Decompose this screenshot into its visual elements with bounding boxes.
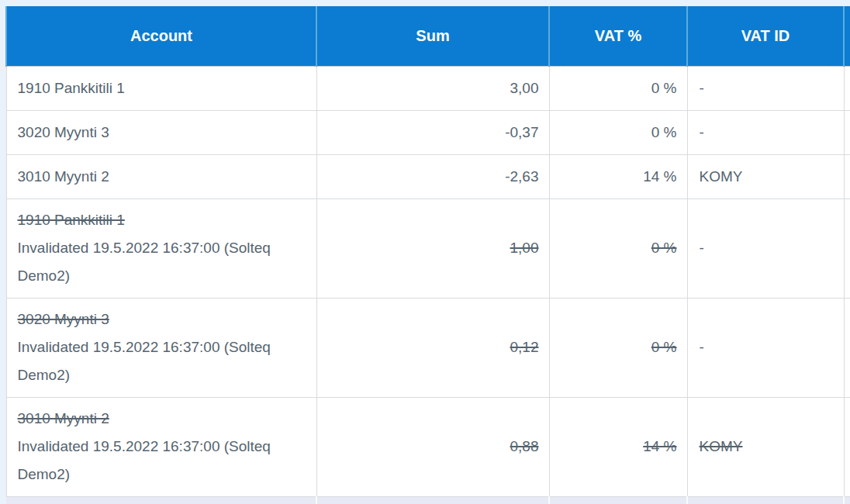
vat-percent-cell: 14 %	[549, 154, 687, 198]
vat-percent-value: 0 %	[651, 240, 677, 256]
sum-cell: 0,88	[316, 397, 549, 496]
vat-percent-value: 0 %	[651, 80, 677, 96]
table-body: 1910 Pankkitili 1 3,00 0 % - 3020 Myynti…	[6, 66, 850, 496]
overflow-cell	[844, 298, 850, 397]
overflow-cell	[844, 66, 850, 110]
footer-row	[6, 496, 850, 504]
sum-value: -0,37	[505, 124, 538, 140]
header-row: Account Sum VAT % VAT ID	[6, 6, 850, 66]
table-row: 3020 Myynti 3 Invalidated 19.5.2022 16:3…	[6, 298, 850, 397]
overflow-cell	[844, 154, 850, 198]
account-cell: 3010 Myynti 2	[6, 154, 316, 198]
vat-percent-cell: 0 %	[549, 66, 687, 110]
footer-cell-vat-id	[687, 496, 844, 504]
sum-cell: 3,00	[316, 66, 549, 110]
vat-id-value: KOMY	[700, 438, 743, 454]
vat-id-cell: -	[687, 66, 844, 110]
sum-value: 3,00	[510, 80, 539, 96]
overflow-cell	[844, 198, 850, 298]
invalidated-note: Invalidated 19.5.2022 16:37:00 (Solteq D…	[18, 333, 306, 389]
account-name: 3020 Myynti 3	[18, 306, 306, 333]
table-row: 3020 Myynti 3 -0,37 0 % -	[6, 110, 850, 154]
sum-value: 0,88	[510, 438, 539, 454]
account-name: 1910 Pankkitili 1	[18, 74, 306, 102]
footer-cell-sum	[316, 496, 549, 504]
column-header-vat-id: VAT ID	[687, 6, 844, 66]
account-cell: 1910 Pankkitili 1 Invalidated 19.5.2022 …	[6, 198, 316, 298]
vat-id-value: -	[700, 124, 704, 140]
vat-percent-cell: 14 %	[549, 397, 687, 496]
overflow-cell	[844, 110, 850, 154]
sum-cell: 0,12	[316, 298, 549, 397]
sum-value: 1,00	[510, 240, 539, 256]
table-row: 3010 Myynti 2 Invalidated 19.5.2022 16:3…	[6, 397, 850, 496]
account-cell: 3020 Myynti 3 Invalidated 19.5.2022 16:3…	[6, 298, 316, 397]
account-name: 3010 Myynti 2	[18, 163, 306, 191]
vat-id-cell: -	[687, 198, 844, 298]
vat-id-cell: KOMY	[687, 397, 844, 496]
accounting-table: Account Sum VAT % VAT ID 1910 Pankkitili…	[5, 6, 850, 504]
column-header-account: Account	[6, 6, 316, 66]
column-header-vat-percent: VAT %	[549, 6, 687, 66]
column-header-sum: Sum	[316, 6, 549, 66]
sum-cell: -2,63	[316, 154, 549, 198]
table-row: 1910 Pankkitili 1 Invalidated 19.5.2022 …	[6, 198, 850, 298]
sum-cell: 1,00	[316, 198, 549, 298]
vat-percent-value: 0 %	[651, 339, 677, 355]
account-name: 3020 Myynti 3	[18, 119, 306, 147]
vat-percent-cell: 0 %	[549, 298, 687, 397]
overflow-cell	[844, 397, 850, 496]
account-cell: 3010 Myynti 2 Invalidated 19.5.2022 16:3…	[6, 397, 316, 496]
invalidated-note: Invalidated 19.5.2022 16:37:00 (Solteq D…	[18, 433, 306, 488]
vat-percent-value: 14 %	[643, 168, 676, 185]
accounting-table-container: Account Sum VAT % VAT ID 1910 Pankkitili…	[5, 6, 850, 504]
vat-percent-value: 0 %	[651, 124, 677, 140]
table-footer	[6, 496, 850, 504]
vat-id-value: -	[700, 240, 704, 256]
vat-percent-cell: 0 %	[549, 198, 687, 298]
vat-id-value: KOMY	[700, 168, 743, 185]
account-name: 1910 Pankkitili 1	[18, 206, 306, 234]
table-header: Account Sum VAT % VAT ID	[6, 6, 850, 66]
vat-id-cell: -	[687, 110, 844, 154]
invalidated-note: Invalidated 19.5.2022 16:37:00 (Solteq D…	[18, 234, 306, 290]
account-cell: 1910 Pankkitili 1	[6, 66, 316, 110]
table-row: 3010 Myynti 2 -2,63 14 % KOMY	[6, 154, 850, 198]
account-name: 3010 Myynti 2	[18, 405, 306, 433]
vat-id-cell: -	[687, 298, 844, 397]
vat-percent-cell: 0 %	[549, 110, 687, 154]
vat-id-value: -	[700, 339, 704, 355]
footer-cell-account	[6, 496, 316, 504]
footer-cell-vat-percent	[549, 496, 687, 504]
sum-cell: -0,37	[316, 110, 549, 154]
vat-id-cell: KOMY	[687, 154, 844, 198]
table-row: 1910 Pankkitili 1 3,00 0 % -	[6, 66, 850, 110]
column-header-extra	[844, 6, 850, 66]
sum-value: -2,63	[505, 168, 538, 185]
sum-value: 0,12	[510, 339, 539, 355]
account-cell: 3020 Myynti 3	[6, 110, 316, 154]
vat-id-value: -	[700, 80, 704, 96]
footer-cell-extra	[844, 496, 850, 504]
vat-percent-value: 14 %	[643, 438, 676, 454]
